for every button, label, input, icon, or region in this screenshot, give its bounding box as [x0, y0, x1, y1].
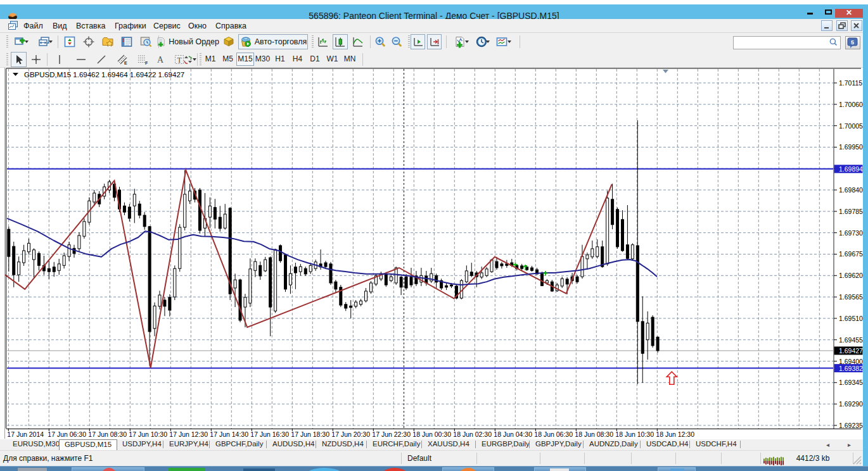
- arrows-tool-button[interactable]: [179, 52, 198, 67]
- tabs-scroll-left-button[interactable]: ◂: [826, 441, 829, 448]
- templates-button[interactable]: [490, 34, 513, 49]
- dropdown-arrow-icon[interactable]: [465, 41, 469, 43]
- tab-USDJPY,H4[interactable]: USDJPY,H4: [118, 439, 165, 449]
- dropdown-arrow-icon[interactable]: [507, 41, 511, 43]
- window-maximize-button[interactable]: [820, 9, 836, 18]
- mdi-minimize-button[interactable]: [821, 20, 833, 31]
- menu-Файл[interactable]: Файл: [21, 21, 46, 31]
- bar-chart-button[interactable]: [316, 34, 331, 49]
- data-window-button[interactable]: [80, 34, 97, 49]
- tab-AUDUSD,H4[interactable]: AUDUSD,H4: [269, 439, 318, 449]
- dropdown-arrow-icon[interactable]: [486, 41, 490, 43]
- tab-EURGBP,Daily[interactable]: EURGBP,Daily: [478, 439, 533, 449]
- metaeditor-icon: [222, 35, 235, 48]
- search-icon[interactable]: [829, 37, 839, 50]
- channel-tool-button[interactable]: E: [115, 52, 130, 67]
- period-M1-button[interactable]: M1: [201, 53, 219, 66]
- title-bar[interactable]: 565896: Panteon Client Terminal - Демо С…: [0, 4, 868, 19]
- auto-scroll-button[interactable]: [411, 34, 425, 49]
- chart-window[interactable]: 1.701151.700601.700051.699501.698951.698…: [0, 68, 863, 439]
- zoom-out-button[interactable]: [389, 34, 404, 49]
- cursor-tool-button[interactable]: [11, 52, 27, 67]
- taskbar-app-icon[interactable]: [305, 468, 343, 471]
- menu-Окно[interactable]: Окно: [186, 21, 209, 31]
- horizontal-line-tool-button[interactable]: [73, 52, 89, 67]
- period-MN-button[interactable]: MN: [341, 53, 359, 66]
- tabs-scroll-right-button[interactable]: ▸: [848, 441, 851, 448]
- new-order-button[interactable]: Новый Ордер: [156, 34, 219, 49]
- period-M15-button[interactable]: M15: [236, 53, 254, 66]
- period-W1-button[interactable]: W1: [324, 53, 341, 66]
- tab-NZDUSD,H4[interactable]: NZDUSD,H4: [318, 439, 367, 449]
- zoom-in-button[interactable]: [373, 34, 387, 49]
- svg-text:F: F: [145, 61, 148, 65]
- menu-Сервис[interactable]: Сервис: [151, 21, 183, 31]
- line-chart-button[interactable]: [350, 34, 366, 49]
- menu-Справка[interactable]: Справка: [213, 21, 249, 31]
- period-M30-button[interactable]: M30: [254, 53, 272, 66]
- price-tick-label: 1.70115: [839, 79, 862, 87]
- taskbar-app-icon[interactable]: [18, 468, 47, 471]
- autotrading-button[interactable]: Авто-торговля: [238, 34, 308, 49]
- dropdown-arrow-icon[interactable]: [49, 41, 53, 43]
- tab-GBPJPY,Daily[interactable]: GBPJPY,Daily: [532, 439, 585, 449]
- market-watch-button[interactable]: [61, 34, 78, 49]
- periods-button[interactable]: [471, 34, 492, 49]
- taskbar-app-icon[interactable]: [670, 468, 684, 471]
- price-tick-label: 1.69785: [839, 208, 863, 215]
- crosshair-tool-button[interactable]: [28, 52, 44, 67]
- tab-GBPUSD,M15[interactable]: GBPUSD,M15: [59, 439, 117, 450]
- windows-taskbar[interactable]: [0, 466, 868, 471]
- period-H1-button[interactable]: H1: [271, 53, 289, 66]
- window-minimize-button[interactable]: [802, 9, 818, 18]
- tab-XAUUSD,H4[interactable]: XAUUSD,H4: [424, 439, 473, 449]
- tab-USDCAD,H4[interactable]: USDCAD,H4: [642, 439, 692, 449]
- window-close-button[interactable]: ✕: [835, 9, 863, 18]
- taskbar-app-icon[interactable]: [169, 468, 205, 471]
- strategy-tester-button[interactable]: [137, 34, 155, 49]
- period-D1-button[interactable]: D1: [306, 53, 324, 66]
- menu-Вставка[interactable]: Вставка: [73, 21, 108, 31]
- search-field[interactable]: [734, 37, 828, 48]
- resize-grip[interactable]: [853, 456, 862, 465]
- fibonacci-tool-button[interactable]: F: [135, 52, 150, 67]
- tab-EURJPY,H4[interactable]: EURJPY,H4: [165, 439, 212, 449]
- tab-USDCHF,H4[interactable]: USDCHF,H4: [692, 439, 741, 449]
- dropdown-arrow-icon[interactable]: [25, 41, 29, 43]
- mdi-restore-button[interactable]: [836, 20, 848, 31]
- price-tick-label: 1.69565: [839, 293, 863, 301]
- menu-Графики[interactable]: Графики: [112, 21, 149, 31]
- toolbar-line-studies: EFATM1M5M15M30H1H4D1W1MN: [0, 51, 863, 68]
- menu-Вид[interactable]: Вид: [50, 21, 70, 31]
- period-M5-button[interactable]: M5: [219, 53, 237, 66]
- profiles-button[interactable]: [34, 34, 54, 49]
- indicators-button[interactable]: [449, 34, 471, 49]
- chart-shift-button[interactable]: [427, 34, 442, 49]
- trendline-tool-button[interactable]: [94, 52, 109, 67]
- terminal-button[interactable]: [118, 34, 135, 49]
- text-tool-button[interactable]: A: [153, 52, 168, 67]
- dropdown-arrow-icon[interactable]: [193, 58, 196, 61]
- price-tick-label: 1.69345: [839, 379, 863, 386]
- period-H4-button[interactable]: H4: [289, 53, 307, 66]
- search-input[interactable]: [733, 36, 841, 49]
- mdi-close-button[interactable]: [851, 20, 862, 31]
- navigator-button[interactable]: [99, 34, 116, 49]
- tab-EURUSD,M30[interactable]: EURUSD,M30: [9, 439, 63, 449]
- vertical-line-tool-button[interactable]: [52, 52, 67, 67]
- tab-GBPCHF,Daily[interactable]: GBPCHF,Daily: [212, 439, 267, 449]
- taskbar-app-icon[interactable]: [243, 468, 275, 471]
- tab-EURCHF,Daily[interactable]: EURCHF,Daily: [369, 439, 424, 449]
- taskbar-app-icon[interactable]: [550, 468, 569, 471]
- new-chart-button[interactable]: [10, 34, 30, 49]
- taskbar-app-icon[interactable]: [381, 468, 408, 471]
- status-separator: [631, 453, 632, 464]
- tab-AUDNZD,Daily[interactable]: AUDNZD,Daily: [585, 439, 642, 449]
- candlestick-chart-button[interactable]: [333, 34, 348, 49]
- tab-separator: [366, 441, 367, 448]
- neworder-icon: [156, 35, 166, 48]
- tab-separator: [316, 441, 316, 448]
- community-button[interactable]: 5: [845, 36, 860, 49]
- status-profile[interactable]: Default: [407, 454, 431, 463]
- metaeditor-button[interactable]: [220, 34, 236, 49]
